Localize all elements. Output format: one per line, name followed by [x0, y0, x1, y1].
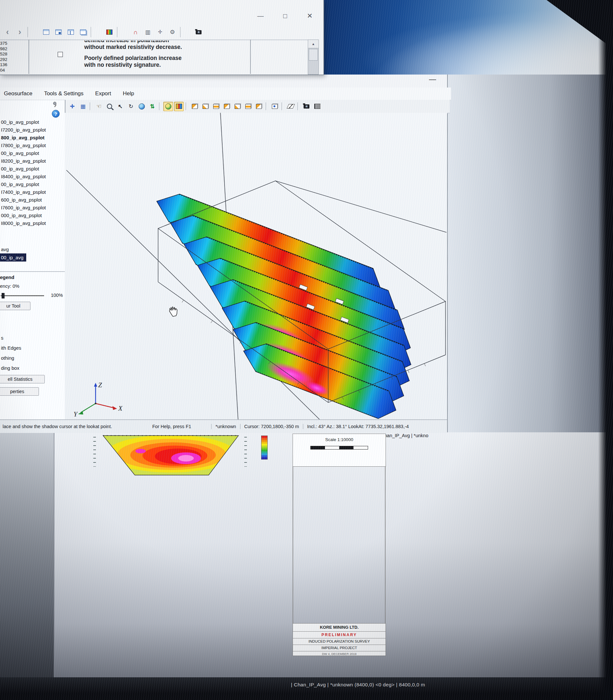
maximize-button[interactable]: □	[279, 11, 291, 21]
display-option[interactable]: othing	[0, 353, 22, 363]
menu-item[interactable]: Export	[95, 90, 111, 97]
window-new-icon[interactable]	[53, 27, 64, 38]
sheet-frame-line	[385, 467, 386, 623]
toolbar-separator	[28, 27, 38, 37]
zoom-extents-icon[interactable]	[147, 102, 157, 111]
tree-item[interactable]: 00_ip_avg_psplot	[0, 150, 65, 157]
zoom-icon[interactable]	[105, 102, 114, 111]
tree-item[interactable]: I7400_ip_avg_psplot	[0, 188, 65, 196]
axis-x-label: X	[118, 404, 123, 412]
voxel-isosurface-icon[interactable]	[254, 102, 264, 111]
tree-item[interactable]: I8400_ip_avg_psplot	[0, 173, 65, 181]
menu-item[interactable]: Help	[123, 90, 134, 97]
select-lasso-icon[interactable]	[126, 102, 136, 111]
shaded-view-icon[interactable]	[163, 102, 173, 111]
nav-forward-icon[interactable]	[14, 27, 25, 38]
transparency-slider[interactable]: 100%	[1, 292, 64, 300]
report-text-2b: with no resistivity signature.	[84, 62, 248, 68]
globe-view-icon[interactable]	[137, 102, 146, 111]
grid-lines-icon[interactable]	[142, 27, 153, 38]
tree-item[interactable]: 00_ip_avg_psplot	[0, 165, 65, 173]
orientation-cube-icon[interactable]	[270, 102, 279, 111]
menu-item[interactable]: Geosurface	[4, 90, 32, 97]
display-option[interactable]: ding box	[0, 363, 22, 373]
scrollbar[interactable]: ▲	[308, 40, 319, 75]
snapshot-camera-icon[interactable]	[302, 102, 311, 111]
animation-film-icon[interactable]	[312, 102, 322, 111]
scroll-up-arrow-icon[interactable]: ▲	[308, 40, 318, 48]
tree-item[interactable]: 800_ip_avg_psplot	[0, 134, 65, 142]
voxel-chair-cut-icon[interactable]	[233, 102, 242, 111]
color-legend-icon[interactable]	[104, 27, 115, 38]
contour-tool-button[interactable]: ur Tool	[0, 302, 30, 310]
voxel-slice-depth-icon[interactable]	[222, 102, 232, 111]
group-item[interactable]: 00_ip_avg	[0, 254, 26, 261]
icon-glyph	[176, 104, 182, 109]
toolbar-separator	[266, 102, 268, 110]
toolbar-separator	[117, 27, 128, 37]
app-minimize-button[interactable]: —	[429, 75, 436, 83]
magnet-snap-icon[interactable]	[130, 27, 141, 38]
bottom-status-text: | Chan_IP_Avg | *unknown (8400,0) <0 deg…	[291, 682, 425, 688]
tree-item[interactable]: I8200_ip_avg_psplot	[0, 157, 65, 165]
slider-track[interactable]	[1, 295, 44, 296]
properties-button[interactable]: perties	[0, 387, 39, 396]
icon-glyph	[314, 104, 321, 109]
settings-gear-icon[interactable]	[167, 27, 178, 38]
icon-glyph	[6, 29, 9, 36]
scrollbar-thumb[interactable]	[309, 49, 318, 61]
snapshot-camera-icon[interactable]	[193, 27, 204, 38]
minimize-button[interactable]: —	[255, 11, 266, 21]
scale-label: Scale 1:10000	[293, 437, 386, 442]
report-checkbox[interactable]	[58, 52, 63, 57]
tree-item[interactable]: 00_ip_avg_psplot	[0, 118, 65, 126]
close-button[interactable]: ✕	[304, 11, 316, 21]
bottom-status-strip: | Chan_IP_Avg | *unknown (8400,0) <0 deg…	[0, 677, 613, 700]
icon-glyph	[150, 104, 155, 109]
clip-plane-icon[interactable]	[286, 102, 296, 111]
tree-item[interactable]: I7800_ip_avg_psplot	[0, 142, 65, 150]
cell-statistics-button[interactable]: ell Statistics	[0, 375, 45, 384]
voxel-shell-icon[interactable]	[243, 102, 253, 111]
display-option[interactable]: s	[0, 333, 22, 343]
slider-handle[interactable]	[2, 293, 4, 298]
icon-glyph	[129, 104, 133, 109]
3d-fence-view[interactable]: ZXY	[65, 113, 447, 419]
voxel-box-icon[interactable]	[190, 102, 199, 111]
nav-back-icon[interactable]	[2, 27, 13, 38]
window-tile-icon[interactable]	[65, 27, 76, 38]
group-item[interactable]: avg	[0, 245, 9, 254]
side-panel: ? 00_ip_avg_psplotI7200_ip_avg_psplot800…	[0, 100, 65, 420]
report-text-block: defined increase in polarization without…	[84, 37, 248, 68]
display-options-list: sith Edgesothingding box	[0, 333, 22, 373]
tree-item[interactable]: 00_ip_avg_psplot	[0, 181, 65, 188]
report-text-1: without marked resistivity decrease.	[84, 44, 248, 51]
icon-glyph	[18, 29, 22, 36]
tree-item[interactable]: I7200_ip_avg_psplot	[0, 126, 65, 134]
voxel-slice-east-icon[interactable]	[200, 102, 210, 111]
tree-item[interactable]: I8000_ip_avg_psplot	[0, 219, 65, 227]
icon-glyph	[272, 104, 278, 109]
survey-title: INDUCED POLARIZATION SURVEY	[293, 638, 386, 645]
window-map-icon[interactable]	[40, 27, 52, 38]
display-option[interactable]: ith Edges	[0, 343, 22, 353]
texture-view-icon[interactable]	[174, 102, 184, 111]
voxel-slice-north-icon[interactable]	[211, 102, 221, 111]
shadow-cursor-icon[interactable]	[67, 102, 77, 111]
page-layout-icon[interactable]	[78, 102, 88, 111]
toolbar-separator	[90, 102, 92, 110]
window-cascade-icon[interactable]	[77, 27, 89, 38]
add-marker-icon[interactable]	[155, 27, 166, 38]
row-number: 982	[0, 46, 19, 52]
select-marquee-icon[interactable]	[115, 102, 125, 111]
tree-item[interactable]: I7600_ip_avg_psplot	[0, 204, 65, 212]
title-block: KORE MINING LTD. PRELIMINARY INDUCED POL…	[292, 623, 386, 656]
pin-icon[interactable]	[52, 101, 58, 107]
report-window: — □ ✕ 37598252829213604 defined increase…	[0, 0, 324, 75]
tree-item[interactable]: 000_ip_avg_psplot	[0, 212, 65, 219]
help-icon[interactable]: ?	[52, 110, 60, 118]
menu-item[interactable]: Tools & Settings	[44, 90, 83, 97]
colorbar-stripe	[261, 457, 267, 459]
pan-hand-icon[interactable]	[94, 102, 104, 111]
tree-item[interactable]: 600_ip_avg_psplot	[0, 196, 65, 204]
